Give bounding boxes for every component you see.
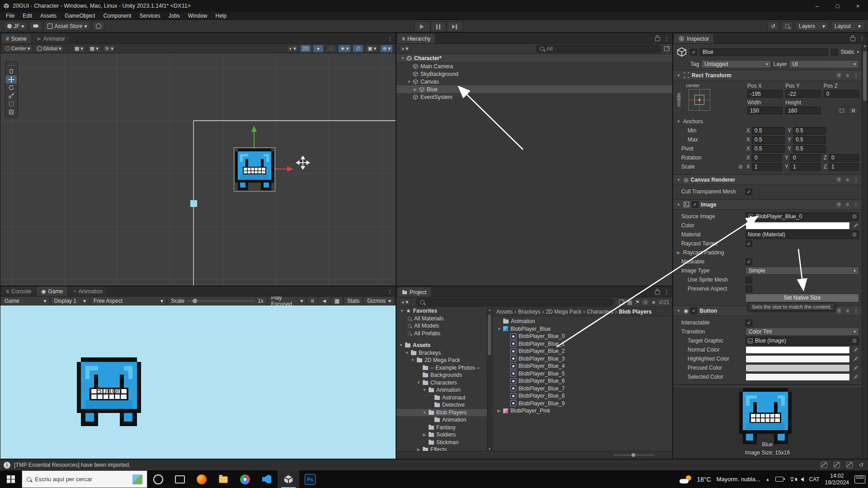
asset-blobplayer-blue-3[interactable]: BlobPlayer_Blue_3 [493, 355, 672, 363]
static-checkbox[interactable] [831, 49, 838, 56]
close-button[interactable]: × [848, 0, 868, 12]
favorite-all-prefabs[interactable]: All Prefabs [396, 330, 492, 338]
height-field[interactable] [785, 107, 821, 114]
collapse-closed-icon[interactable]: ▶ [413, 87, 418, 92]
collapse-open-icon[interactable]: ▼ [422, 410, 427, 415]
project-folder-animation[interactable]: ▼Animation [396, 386, 492, 394]
project-folder-fantasy[interactable]: Fantasy [396, 424, 492, 432]
asset-blobplayer-blue-9[interactable]: BlobPlayer_Blue_9 [493, 400, 672, 408]
presets-icon[interactable]: ≡ [846, 72, 849, 79]
color-swatch[interactable] [745, 355, 850, 363]
eyedropper-icon[interactable] [852, 223, 859, 228]
hierarchy-create-dropdown[interactable]: +▾ [399, 45, 410, 52]
taskbar-app-vscode[interactable] [256, 470, 278, 488]
project-folder-characters[interactable]: ▼Characters [396, 379, 492, 387]
hierarchy-item-blue[interactable]: ▶Blue [396, 85, 672, 93]
scene-lighting-button[interactable]: ● [313, 45, 324, 52]
max-y-field[interactable] [793, 136, 826, 144]
image-type-dropdown[interactable]: Simple▾ [745, 267, 859, 275]
eyedropper-icon[interactable] [852, 375, 859, 380]
project-folder-blob-players[interactable]: ▼Blob Players [396, 409, 492, 417]
scale-link-icon[interactable]: ⊘ [738, 164, 744, 170]
favorite-all-materials[interactable]: All Materials [396, 315, 492, 323]
minimize-button[interactable]: – [807, 0, 827, 12]
project-folder-backgrounds[interactable]: Backgrounds [396, 371, 492, 379]
min-y-field[interactable] [793, 127, 826, 135]
play-button[interactable] [414, 21, 430, 32]
favorite-all-models[interactable]: All Models [396, 322, 492, 330]
menu-help[interactable]: Help [212, 12, 231, 19]
menu-file[interactable]: File [2, 12, 19, 19]
pos-x-field[interactable] [747, 90, 783, 98]
display-dropdown[interactable]: Display 1▾ [51, 297, 90, 305]
taskbar-app-chrome[interactable] [234, 470, 256, 488]
cloud-services-button[interactable] [29, 21, 42, 31]
scene-selected-sprite[interactable] [235, 149, 274, 190]
asset-blobplayer-blue-6[interactable]: BlobPlayer_Blue_6 [493, 377, 672, 385]
undo-history-button[interactable]: ↺ [767, 21, 779, 31]
asset-blobplayer-blue-5[interactable]: BlobPlayer_Blue_5 [493, 370, 672, 378]
pivot-x-field[interactable] [752, 145, 785, 153]
raw-edit-button[interactable]: R [848, 107, 859, 114]
log-icon[interactable]: ! [642, 299, 648, 305]
menu-jobs[interactable]: Jobs [164, 12, 184, 19]
menu-gameobject[interactable]: GameObject [61, 12, 99, 19]
inspector-scrollbar[interactable]: ▲ [862, 44, 868, 459]
eyedropper-icon[interactable] [852, 357, 859, 361]
project-folder-detective[interactable]: Detective [396, 401, 492, 409]
aspect-dropdown[interactable]: Free Aspect▾ [90, 297, 167, 305]
collapse-open-icon[interactable]: ▼ [406, 80, 412, 84]
maximize-button[interactable]: □ [827, 0, 848, 12]
account-dropdown[interactable]: JF ▾ [4, 21, 28, 31]
frame-debugger-icon[interactable]: ¤ [307, 297, 318, 305]
project-create-dropdown[interactable]: +▾ [399, 298, 410, 306]
project-search-input[interactable] [416, 298, 613, 306]
scale-slider-knob[interactable] [193, 299, 197, 303]
collapse-open-icon[interactable]: ▼ [400, 56, 406, 61]
grid-snap-dropdown[interactable]: ▦▾ [72, 45, 85, 52]
button-enabled-checkbox[interactable]: ✓ [690, 307, 697, 314]
collapse-open-icon[interactable]: ▼ [398, 343, 404, 347]
layers-dropdown[interactable]: Layers▾ [795, 21, 829, 31]
asset-blobplayer-blue-8[interactable]: BlobPlayer_Blue_8 [493, 392, 672, 400]
collapse-open-icon[interactable]: ▼ [422, 388, 427, 392]
layer-dropdown[interactable]: UI▾ [789, 60, 859, 68]
effects-dropdown[interactable]: ★▾ [338, 45, 351, 52]
taskbar-app-explorer[interactable] [212, 470, 234, 488]
weather-temp[interactable]: 18°C [697, 476, 711, 483]
asset-blobplayer-blue-2[interactable]: BlobPlayer_Blue_2 [493, 347, 672, 355]
view-tool-button[interactable] [5, 67, 17, 75]
image-color-swatch[interactable] [745, 222, 850, 230]
taskbar-app-firefox[interactable] [191, 470, 212, 488]
anchor-preset-button[interactable] [689, 89, 710, 111]
tool-handle-pivot-dropdown[interactable]: Center▾ [3, 45, 33, 52]
project-folder-example-photos[interactable]: -- Example Photos -- [396, 364, 492, 372]
game-audio-icon[interactable]: ◄ [319, 297, 330, 305]
rect-tool-button[interactable] [5, 100, 17, 108]
tab-game[interactable]: ◉Game [37, 286, 67, 296]
project-folder-assets[interactable]: ▼Assets [396, 342, 492, 349]
maskable-checkbox[interactable]: ✓ [745, 258, 752, 265]
status-message[interactable]: [TMP Essential Resources] have been impo… [14, 462, 130, 468]
breadcrumb-blob-players[interactable]: Blob Players [619, 309, 652, 315]
preserve-aspect-checkbox[interactable] [745, 286, 752, 292]
game-viewport[interactable]: Button [0, 305, 396, 459]
collapse-open-icon[interactable]: ▼ [404, 351, 410, 355]
project-menu-icon[interactable]: ⋮ [664, 288, 670, 295]
wifi-icon[interactable] [789, 477, 795, 482]
stats-button[interactable]: Stats [344, 297, 363, 305]
project-folder-animation[interactable]: Animation [396, 416, 492, 424]
collapse-open-icon[interactable]: ▼ [410, 358, 415, 362]
target-graphic-field[interactable]: Blue (Image)⊙ [745, 337, 859, 345]
tag-dropdown[interactable]: Untagged▾ [701, 60, 771, 68]
battery-icon[interactable] [775, 477, 783, 482]
taskbar-app-unity[interactable] [278, 470, 299, 488]
notifications-muted-icon[interactable] [821, 462, 827, 468]
popout-icon[interactable] [619, 300, 624, 305]
asset-animation[interactable]: Animation [493, 318, 672, 325]
start-button[interactable] [0, 470, 22, 488]
project-folder-soldiers[interactable]: ▶Soldiers [396, 431, 492, 439]
set-native-size-button[interactable]: Set Native Size [745, 294, 859, 302]
tools-drag-handle[interactable] [5, 63, 17, 67]
image-enabled-checkbox[interactable]: ✓ [692, 201, 698, 208]
